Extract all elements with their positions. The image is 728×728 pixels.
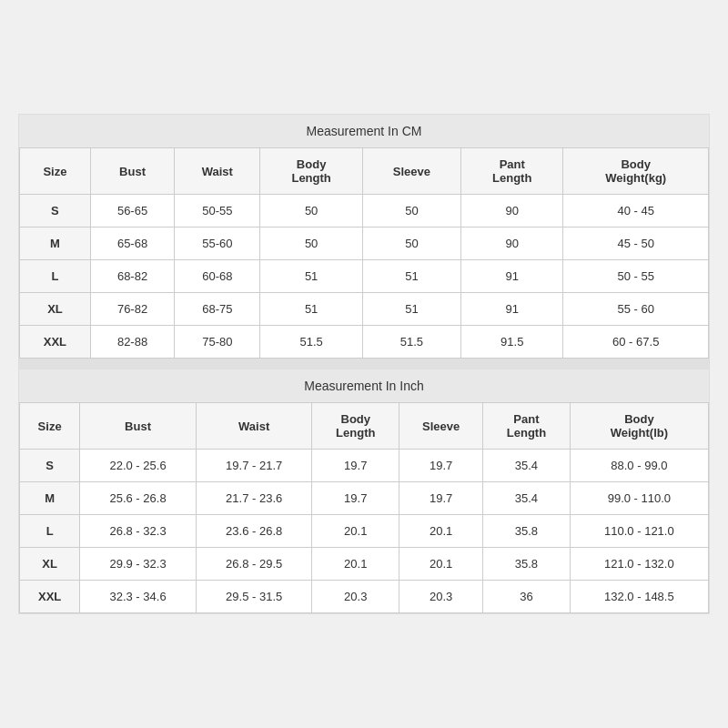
table-cell: 91 (461, 293, 563, 326)
table-cell: 50 (362, 228, 460, 260)
table-cell: 51 (260, 260, 362, 293)
table-cell: XL (20, 293, 91, 326)
table-cell: 20.1 (312, 548, 399, 581)
table-cell: 19.7 (312, 450, 399, 482)
table-cell: S (20, 450, 80, 482)
table-cell: 82-88 (90, 326, 174, 359)
table-cell: 56-65 (90, 195, 174, 228)
table-cell: 50 - 55 (563, 260, 709, 293)
table-cell: 76-82 (90, 293, 174, 326)
table-cell: XXL (20, 581, 80, 613)
table-row: M25.6 - 26.821.7 - 23.619.719.735.499.0 … (20, 482, 709, 515)
table-row: XL76-8268-7551519155 - 60 (20, 293, 709, 326)
table-cell: 65-68 (90, 228, 174, 260)
table-cell: 110.0 - 121.0 (570, 515, 708, 548)
table-cell: 20.3 (399, 581, 483, 613)
table-cell: 51.5 (260, 326, 362, 359)
table-cell: 22.0 - 25.6 (80, 450, 197, 482)
table-row: XXL82-8875-8051.551.591.560 - 67.5 (20, 326, 709, 359)
column-header: Bust (90, 148, 174, 195)
table-cell: 19.7 - 21.7 (196, 450, 312, 482)
column-header: Sleeve (399, 403, 483, 450)
table-cell: 50 (260, 195, 362, 228)
cm-header-row: SizeBustWaistBody LengthSleevePant Lengt… (20, 148, 709, 195)
table-cell: L (20, 260, 91, 293)
column-header: Sleeve (362, 148, 460, 195)
table-cell: 75-80 (175, 326, 260, 359)
column-header: Body Length (312, 403, 399, 450)
table-cell: 19.7 (399, 482, 483, 515)
table-cell: 51 (362, 293, 460, 326)
table-cell: 26.8 - 29.5 (196, 548, 312, 581)
table-cell: 60 - 67.5 (563, 326, 709, 359)
table-cell: 51 (260, 293, 362, 326)
column-header: Pant Length (483, 403, 571, 450)
table-cell: 20.1 (399, 548, 483, 581)
table-cell: 23.6 - 26.8 (196, 515, 312, 548)
table-row: XXL32.3 - 34.629.5 - 31.520.320.336132.0… (20, 581, 709, 613)
table-cell: 50 (362, 195, 460, 228)
table-cell: 35.4 (483, 450, 571, 482)
main-container: Measurement In CM SizeBustWaistBody Leng… (18, 114, 710, 614)
table-cell: M (20, 228, 91, 260)
table-row: L26.8 - 32.323.6 - 26.820.120.135.8110.0… (20, 515, 709, 548)
table-cell: 36 (483, 581, 571, 613)
inch-header-row: SizeBustWaistBody LengthSleevePant Lengt… (20, 403, 709, 450)
table-row: S56-6550-5550509040 - 45 (20, 195, 709, 228)
table-cell: 51 (362, 260, 460, 293)
table-cell: 50-55 (175, 195, 260, 228)
table-cell: 19.7 (399, 450, 483, 482)
table-cell: 20.1 (399, 515, 483, 548)
table-row: S22.0 - 25.619.7 - 21.719.719.735.488.0 … (20, 450, 709, 482)
table-cell: 26.8 - 32.3 (80, 515, 197, 548)
table-cell: 25.6 - 26.8 (80, 482, 197, 515)
table-row: L68-8260-6851519150 - 55 (20, 260, 709, 293)
table-cell: 20.3 (312, 581, 399, 613)
cm-table: SizeBustWaistBody LengthSleevePant Lengt… (19, 147, 709, 359)
table-cell: 90 (461, 228, 563, 260)
cm-section-header: Measurement In CM (19, 115, 709, 147)
table-cell: XXL (20, 326, 91, 359)
table-cell: 19.7 (312, 482, 399, 515)
table-cell: 90 (461, 195, 563, 228)
table-cell: M (20, 482, 80, 515)
table-cell: 91.5 (461, 326, 563, 359)
table-cell: 50 (260, 228, 362, 260)
table-cell: 45 - 50 (563, 228, 709, 260)
table-cell: 132.0 - 148.5 (570, 581, 708, 613)
table-cell: 55-60 (175, 228, 260, 260)
table-cell: 32.3 - 34.6 (80, 581, 197, 613)
column-header: Body Weight(lb) (570, 403, 708, 450)
table-cell: 40 - 45 (563, 195, 709, 228)
inch-section-header: Measurement In Inch (19, 369, 709, 402)
table-cell: L (20, 515, 80, 548)
table-cell: 68-82 (90, 260, 174, 293)
section-divider (19, 359, 709, 369)
table-cell: S (20, 195, 91, 228)
table-cell: 121.0 - 132.0 (570, 548, 708, 581)
column-header: Bust (80, 403, 197, 450)
table-cell: 88.0 - 99.0 (570, 450, 708, 482)
table-cell: 35.8 (483, 515, 571, 548)
column-header: Waist (175, 148, 260, 195)
table-row: M65-6855-6050509045 - 50 (20, 228, 709, 260)
table-cell: 55 - 60 (563, 293, 709, 326)
column-header: Body Length (260, 148, 362, 195)
table-cell: 29.9 - 32.3 (80, 548, 197, 581)
column-header: Size (20, 148, 91, 195)
table-cell: 68-75 (175, 293, 260, 326)
inch-table: SizeBustWaistBody LengthSleevePant Lengt… (19, 402, 709, 613)
table-cell: 99.0 - 110.0 (570, 482, 708, 515)
table-cell: XL (20, 548, 80, 581)
table-cell: 29.5 - 31.5 (196, 581, 312, 613)
table-cell: 21.7 - 23.6 (196, 482, 312, 515)
column-header: Size (20, 403, 80, 450)
table-cell: 35.8 (483, 548, 571, 581)
table-cell: 35.4 (483, 482, 571, 515)
table-cell: 20.1 (312, 515, 399, 548)
table-cell: 51.5 (362, 326, 460, 359)
table-cell: 60-68 (175, 260, 260, 293)
table-row: XL29.9 - 32.326.8 - 29.520.120.135.8121.… (20, 548, 709, 581)
column-header: Pant Length (461, 148, 563, 195)
column-header: Body Weight(kg) (563, 148, 709, 195)
